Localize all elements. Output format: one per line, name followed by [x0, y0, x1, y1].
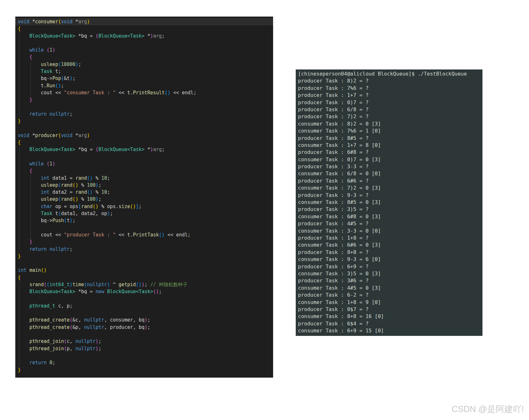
code-line [18, 40, 273, 47]
terminal-line: consumer Task : 1+8 = 9 [0] [298, 299, 482, 306]
terminal-line: producer Task : 6#6 = ? [298, 177, 482, 185]
code-line: Task t; [18, 68, 273, 75]
terminal-line: producer Task : 0$7 = ? [298, 306, 482, 313]
terminal-line: consumer Task : 6/8 = 0 [0] [298, 170, 482, 177]
terminal-line: producer Task : 6-2 = ? [298, 292, 482, 299]
terminal-line: producer Task : 0)7 = ? [298, 99, 482, 106]
terminal-line: consumer Task : 3)5 = 0 [3] [298, 270, 482, 277]
terminal-line: consumer Task : 6+9 = 15 [0] [298, 327, 482, 334]
code-line: usleep(10000); [18, 61, 273, 68]
code-line: int data2 = rand() % 10; [18, 189, 273, 196]
code-line: pthread_create(&c, nullptr, consumer, bq… [18, 316, 273, 323]
terminal-line: consumer Task : 0)7 = 0 [3] [298, 156, 482, 163]
terminal-line: producer Task : 6#8 = ? [298, 149, 482, 156]
indent-guide [31, 175, 31, 239]
code-line [18, 125, 273, 132]
terminal-line: consumer Task : 7%6 = 1 [0] [298, 127, 482, 134]
code-line [18, 104, 273, 111]
terminal-line: producer Task : 3)5 = ? [298, 206, 482, 213]
code-line: pthread_t c, p; [18, 302, 273, 309]
code-line [18, 352, 273, 359]
code-line: char op = ops[rand() % ops.size()]; [18, 203, 273, 210]
code-line: void *consumer(void *arg) [15, 18, 273, 25]
terminal-line: producer Task : 7)2 = ? [298, 113, 482, 120]
code-line: return 0; [18, 359, 273, 366]
terminal-line: producer Task : 8+8 = ? [298, 249, 482, 256]
code-line: usleep(rand() % 100); [18, 196, 273, 203]
code-line: void *producer(void *arg) [18, 132, 273, 139]
terminal-line: consumer Task : 7)2 = 0 [3] [298, 185, 482, 192]
code-line: { [18, 274, 273, 281]
code-line [18, 295, 273, 302]
code-line: while (1) [18, 160, 273, 167]
code-line: } [18, 238, 273, 245]
code-line [18, 331, 273, 338]
terminal-line: consumer Task : 6#8 = 0 [3] [298, 213, 482, 220]
terminal-line: producer Task : 4#5 = ? [298, 220, 482, 227]
terminal-line: producer Task : 8)2 = ? [298, 77, 482, 84]
code-line: return nullptr; [18, 246, 273, 253]
code-lines: void *consumer(void *arg){ BlockQueue<Ta… [18, 18, 273, 373]
terminal-line: producer Task : 1+8 = ? [298, 235, 482, 242]
code-line: { [18, 139, 273, 146]
code-line: } [18, 96, 273, 103]
code-line: while (1) [18, 47, 273, 54]
code-line [18, 309, 273, 316]
terminal-line: producer Task : 3#6 = ? [298, 277, 482, 284]
code-line: } [18, 118, 273, 125]
code-line: return nullptr; [18, 111, 273, 118]
indent-guide [31, 61, 31, 97]
code-line: cout << "consumer Task : " << t.PrintRes… [18, 89, 273, 96]
code-line: usleep(rand() % 100); [18, 182, 273, 189]
terminal-line: producer Task : 6+9 = ? [298, 263, 482, 270]
code-line [18, 260, 273, 267]
terminal[interactable]: [chineseperson04@alicloud BlockQueue]$ .… [296, 69, 482, 336]
terminal-line: consumer Task : 8+8 = 16 [0] [298, 313, 482, 320]
code-line: BlockQueue<Task> *bq = new BlockQueue<Ta… [18, 288, 273, 295]
terminal-line: consumer Task : 4#5 = 0 [3] [298, 285, 482, 292]
code-line: bq->Push(t); [18, 217, 273, 224]
terminal-line: producer Task : 6$4 = ? [298, 320, 482, 327]
code-line [18, 153, 273, 160]
terminal-line: producer Task : 7%6 = ? [298, 85, 482, 92]
code-line: int data1 = rand() % 10; [18, 175, 273, 182]
code-line: } [18, 366, 273, 373]
code-line: t.Run(); [18, 82, 273, 89]
code-line: { [18, 54, 273, 61]
code-line [18, 224, 273, 231]
terminal-prompt-line: [chineseperson04@alicloud BlockQueue]$ .… [298, 70, 482, 77]
code-line: pthread_create(&p, nullptr, producer, bq… [18, 324, 273, 331]
code-line: pthread_join(p, nullptr); [18, 345, 273, 352]
indent-guide [19, 33, 19, 118]
terminal-line: producer Task : 1+7 = ? [298, 92, 482, 99]
code-line: int main() [18, 267, 273, 274]
code-line: cout << "producer Task : " << t.PrintTas… [18, 231, 273, 238]
terminal-line: producer Task : 6/8 = ? [298, 106, 482, 113]
terminal-line: consumer Task : 3-3 = 0 [0] [298, 228, 482, 235]
terminal-command: ./TestBlockQueue [418, 71, 467, 77]
terminal-prompt: [chineseperson04@alicloud BlockQueue]$ [298, 71, 418, 77]
code-line: } [18, 253, 273, 260]
indent-guide [19, 146, 19, 253]
csdn-watermark: CSDN @是阿建吖! [452, 403, 524, 415]
terminal-line: consumer Task : 1+7 = 8 [0] [298, 142, 482, 149]
code-line: BlockQueue<Task> *bq = (BlockQueue<Task>… [18, 146, 273, 153]
terminal-line: consumer Task : 8)2 = 0 [3] [298, 120, 482, 127]
terminal-line: consumer Task : 9-3 = 6 [0] [298, 256, 482, 263]
code-line: BlockQueue<Task> *bq = (BlockQueue<Task>… [18, 33, 273, 40]
terminal-line: consumer Task : 8#5 = 0 [3] [298, 199, 482, 206]
code-line: { [18, 25, 273, 32]
terminal-line: producer Task : 3-3 = ? [298, 163, 482, 170]
code-line: bq->Pop(&t); [18, 75, 273, 82]
code-line: { [18, 167, 273, 174]
code-editor[interactable]: void *consumer(void *arg){ BlockQueue<Ta… [15, 17, 273, 378]
terminal-line: consumer Task : 6#6 = 0 [3] [298, 242, 482, 249]
code-line: Task t(data1, data2, op); [18, 210, 273, 217]
terminal-line: producer Task : 9-3 = ? [298, 192, 482, 199]
terminal-line: producer Task : 8#5 = ? [298, 135, 482, 142]
code-line: pthread_join(c, nullptr); [18, 338, 273, 345]
indent-guide [19, 281, 19, 366]
code-line: srand((int64_t)time(nullptr) ^ getpid())… [18, 281, 273, 288]
terminal-output: producer Task : 8)2 = ?producer Task : 7… [298, 77, 482, 334]
